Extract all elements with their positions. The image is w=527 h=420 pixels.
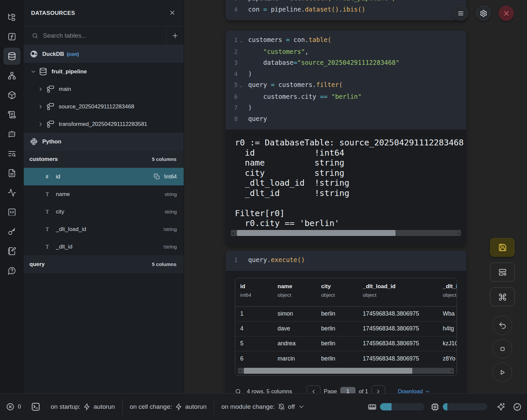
schema-main[interactable]: main: [24, 80, 184, 98]
on-module-change-config[interactable]: on module change: off: [221, 403, 305, 410]
run-button[interactable]: [493, 363, 512, 382]
numeric-type-icon: #: [46, 173, 52, 180]
rail-item-snippets[interactable]: [3, 204, 20, 221]
rail-item-functions[interactable]: [3, 28, 20, 45]
add-datasource-button[interactable]: [167, 26, 184, 45]
table-column-header-city[interactable]: cityobject: [316, 278, 358, 306]
column-row-name[interactable]: Tnamestring: [24, 185, 184, 203]
rail-item-packages[interactable]: [3, 87, 20, 104]
chevron-down-icon: [298, 403, 305, 410]
column-row-_dlt_load_id[interactable]: T_dlt_load_id!string: [24, 220, 184, 238]
save-button[interactable]: [490, 238, 515, 257]
dataframe-table: idint64nameobjectcityobject_dlt_load_ido…: [235, 278, 457, 376]
table-horizontal-scrollbar[interactable]: ◂ ▸: [238, 368, 454, 374]
undo-icon: [498, 321, 507, 330]
column-count: 5 columns: [152, 261, 176, 267]
on-cell-change-label: on cell change:: [130, 403, 172, 410]
code-cell-1[interactable]: 3pipeline = dlt.attach("fruit_pipeline")…: [226, 0, 466, 20]
zap-icon: [175, 403, 182, 410]
key-icon: [8, 227, 16, 236]
ai-sparkles-button[interactable]: [497, 402, 506, 411]
database-fruit_pipeline[interactable]: fruit_pipeline: [24, 63, 184, 80]
function-square-icon: [8, 32, 16, 41]
cell-3-editor[interactable]: 1query.execute(): [226, 250, 466, 271]
panel-title: DATASOURCES: [31, 10, 169, 17]
schema-icon: [46, 102, 55, 111]
rail-item-documentation[interactable]: [3, 165, 20, 182]
terminal-button[interactable]: [31, 402, 41, 412]
scrollbar-thumb[interactable]: [244, 368, 412, 374]
chevron-right-icon: [375, 389, 381, 394]
copy-icon[interactable]: [154, 173, 160, 180]
cell-2-editor[interactable]: 1⌄customers = con.table(2 "customers",3 …: [226, 30, 466, 130]
column-row-city[interactable]: Tcitystring: [24, 203, 184, 220]
settings-button[interactable]: [476, 6, 491, 21]
rail-item-help[interactable]: [3, 262, 20, 279]
schema-transformed_202504291112283581[interactable]: transformed_202504291112283581: [24, 115, 184, 133]
command-palette-button[interactable]: [490, 287, 515, 306]
delete-cell-button[interactable]: [499, 6, 514, 21]
rail-item-secrets[interactable]: [3, 223, 20, 240]
column-type: string: [165, 209, 177, 214]
prev-page-button[interactable]: [307, 385, 320, 394]
rail-item-file-explorer[interactable]: [3, 9, 20, 26]
rail-item-dependency-graph[interactable]: [3, 67, 20, 84]
on-startup-value: autorun: [94, 403, 115, 410]
line-number: 5: [229, 80, 238, 91]
rail-item-logs[interactable]: [3, 106, 20, 123]
scrollbar-thumb[interactable]: [237, 230, 395, 236]
column-row-id[interactable]: #id!int64: [24, 168, 184, 185]
connection-duckdb[interactable]: DuckDB(con): [24, 45, 184, 63]
scroll-left-arrow[interactable]: ◂: [239, 368, 241, 374]
command-icon: [498, 293, 507, 301]
stop-button[interactable]: [493, 339, 512, 359]
scroll-right-arrow[interactable]: ▸: [451, 368, 453, 374]
rail-item-tracing[interactable]: [3, 184, 20, 201]
on-startup-config[interactable]: on startup: autorun: [51, 403, 115, 410]
layout-toggle-button[interactable]: [490, 263, 515, 282]
horizontal-scrollbar[interactable]: ◂ ▸: [231, 230, 461, 236]
text-type-icon: T: [46, 191, 52, 198]
connection-python[interactable]: Python: [24, 133, 184, 150]
errors-icon[interactable]: [6, 402, 15, 411]
search-icon: [32, 32, 38, 39]
datasources-panel: DATASOURCES DuckDB(con)fruit_pipelinemai…: [24, 0, 184, 393]
table-search-icon[interactable]: [235, 388, 242, 394]
play-icon: [498, 368, 507, 377]
download-link[interactable]: Download: [398, 388, 430, 394]
line-number: 3: [229, 57, 238, 68]
chevron-down-icon: [425, 389, 430, 394]
datasources-tree: DuckDB(con)fruit_pipelinemainsource_2025…: [24, 45, 184, 273]
table-column-header-_dlt_load_id[interactable]: _dlt_load_idobject: [358, 278, 438, 306]
next-page-button[interactable]: [371, 385, 385, 394]
stop-icon: [498, 345, 507, 353]
fold-chevron-icon[interactable]: ⌄: [238, 80, 248, 91]
rail-item-ai-chat[interactable]: [3, 126, 20, 143]
rail-item-scratchpad[interactable]: [3, 243, 20, 260]
page-number-box[interactable]: 1: [340, 387, 356, 394]
scroll-right-arrow[interactable]: ▸: [458, 230, 460, 236]
column-row-_dlt_id[interactable]: T_dlt_id!string: [24, 238, 184, 255]
table-column-header-_dlt_id[interactable]: _dlt_idobject: [438, 278, 457, 306]
schema-source_202504291112283468[interactable]: source_202504291112283468: [24, 98, 184, 115]
fold-chevron-icon[interactable]: ⌄: [238, 35, 248, 46]
column-dtype: object: [278, 292, 316, 298]
cell-2-output: r0 := DatabaseTable: source_202504291112…: [226, 130, 466, 245]
column-dtype: object: [321, 292, 358, 298]
help-bubble-icon: [8, 266, 16, 275]
search-tables-input[interactable]: [43, 32, 166, 39]
table-header-query[interactable]: query5 columns: [24, 255, 184, 273]
table-header-customers[interactable]: customers5 columns: [24, 150, 184, 168]
line-number: 3: [229, 0, 238, 4]
cell-menu-button[interactable]: [453, 6, 468, 21]
column-type: !string: [163, 244, 177, 249]
table-column-header-name[interactable]: nameobject: [273, 278, 316, 306]
rail-item-search[interactable]: [3, 145, 20, 162]
scroll-left-arrow[interactable]: ◂: [232, 230, 234, 236]
rail-item-datasources[interactable]: [3, 48, 20, 65]
undo-button[interactable]: [493, 316, 512, 335]
close-panel-button[interactable]: [169, 9, 176, 17]
table-column-header-id[interactable]: idint64: [235, 278, 273, 306]
on-module-change-value: off: [288, 403, 295, 410]
on-cell-change-config[interactable]: on cell change: autorun: [130, 403, 207, 410]
